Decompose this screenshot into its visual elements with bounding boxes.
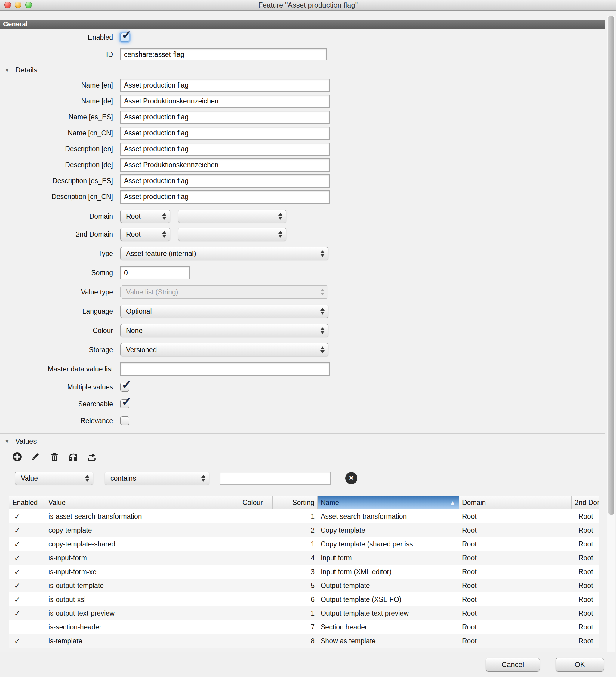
- row-cell: Root: [459, 620, 572, 634]
- row-cell: Root: [572, 620, 599, 634]
- detail-field-input[interactable]: [120, 174, 329, 188]
- value-row[interactable]: ✓is-input-form4Input formRootRoot: [9, 551, 599, 565]
- export-values-button[interactable]: [86, 451, 97, 462]
- colour-select[interactable]: None: [120, 324, 328, 337]
- row-enabled-checkmark: ✓: [9, 509, 45, 523]
- value-row[interactable]: ✓is-output-template5Output templateRootR…: [9, 579, 599, 592]
- zoom-window-button[interactable]: [25, 1, 32, 8]
- vertical-scrollbar-thumb[interactable]: [608, 16, 614, 515]
- detail-field-input[interactable]: [120, 190, 329, 204]
- relevance-checkbox[interactable]: [120, 416, 129, 425]
- ok-button[interactable]: OK: [556, 658, 604, 672]
- general-section-header: General: [0, 19, 605, 29]
- row-cell: is-output-xsl: [45, 592, 239, 606]
- detail-field-input[interactable]: [120, 159, 329, 172]
- stepper-arrows-icon: [320, 308, 324, 315]
- searchable-checkbox[interactable]: ✓: [120, 399, 129, 408]
- row-cell: Root: [572, 634, 599, 648]
- minimize-window-button[interactable]: [15, 1, 21, 8]
- domain-select[interactable]: Root: [120, 210, 170, 223]
- disclosure-triangle-icon: ▼: [4, 438, 10, 445]
- domain-sub-select[interactable]: [178, 210, 287, 223]
- value-row[interactable]: ✓is-output-xsl6Output template (XSL-FO)R…: [9, 592, 599, 606]
- row-cell: Copy template: [318, 523, 459, 537]
- enabled-checkbox[interactable]: ✓: [120, 33, 129, 42]
- add-value-button[interactable]: [11, 451, 23, 462]
- colour-label: Colour: [0, 327, 120, 335]
- vertical-scrollbar[interactable]: [607, 16, 615, 656]
- value-row[interactable]: ✓is-input-form-xe3Input form (XML editor…: [9, 565, 599, 579]
- values-disclosure[interactable]: ▼ Values: [0, 434, 605, 448]
- detail-field-input[interactable]: [120, 79, 329, 92]
- row-cell: Input form (XML editor): [318, 565, 459, 579]
- filter-field-select[interactable]: Value: [15, 471, 93, 485]
- row-cell: 1: [272, 537, 318, 551]
- row-cell: Root: [459, 523, 572, 537]
- general-section-title: General: [3, 20, 28, 28]
- filter-operator-select[interactable]: contains: [105, 471, 209, 485]
- sort-ascending-icon: ▲: [450, 499, 456, 506]
- column-header-name-sorted[interactable]: Name ▲: [318, 496, 459, 509]
- id-input[interactable]: [120, 48, 327, 60]
- row-cell: 2: [272, 523, 318, 537]
- type-select[interactable]: Asset feature (internal): [120, 247, 328, 260]
- row-cell: Output template text preview: [318, 606, 459, 620]
- row-cell: is-output-text-preview: [45, 606, 239, 620]
- row-cell: Root: [459, 565, 572, 579]
- close-window-button[interactable]: [4, 1, 11, 8]
- value-row[interactable]: ✓is-output-text-preview1Output template …: [9, 606, 599, 620]
- storage-label: Storage: [0, 346, 120, 354]
- clear-filter-button[interactable]: ✕: [345, 472, 357, 484]
- window-controls: [4, 1, 32, 8]
- row-cell: Root: [572, 606, 599, 620]
- detail-field-input[interactable]: [120, 127, 329, 140]
- row-enabled-checkmark: ✓: [9, 634, 45, 648]
- details-disclosure[interactable]: ▼ Details: [0, 63, 605, 77]
- column-header-domain[interactable]: Domain: [459, 496, 572, 509]
- enabled-label: Enabled: [0, 33, 120, 42]
- edit-value-button[interactable]: [30, 451, 42, 462]
- column-header-colour[interactable]: Colour: [239, 496, 272, 509]
- value-row[interactable]: ✓copy-template-shared1Copy template (sha…: [9, 537, 599, 551]
- sorting-input[interactable]: [120, 266, 190, 279]
- checkmark-icon: ✓: [122, 28, 132, 42]
- row-cell: Root: [572, 523, 599, 537]
- value-type-select: Value list (String): [120, 285, 328, 299]
- column-header-value[interactable]: Value: [45, 496, 239, 509]
- row-enabled-checkmark: ✓: [9, 606, 45, 620]
- filter-query-input[interactable]: [220, 471, 331, 485]
- column-header-sorting[interactable]: Sorting: [272, 496, 318, 509]
- language-select[interactable]: Optional: [120, 305, 328, 318]
- value-row[interactable]: ✓is-asset-search-transformation1Asset se…: [9, 509, 599, 523]
- row-cell: 8: [272, 634, 318, 648]
- stepper-arrows-icon: [320, 347, 324, 353]
- row-cell: 3: [272, 565, 318, 579]
- value-row[interactable]: ✓is-template8Show as templateRootRoot: [9, 634, 599, 648]
- multiple-values-checkbox[interactable]: ✓: [120, 382, 129, 392]
- add-icon: [12, 451, 23, 462]
- row-cell: [239, 592, 272, 606]
- value-row[interactable]: is-section-header7Section headerRootRoot: [9, 620, 599, 634]
- id-label: ID: [0, 50, 120, 59]
- domain2-sub-select[interactable]: [178, 228, 287, 241]
- detail-field-input[interactable]: [120, 95, 329, 108]
- detail-field-input[interactable]: [120, 143, 329, 156]
- value-row[interactable]: ✓copy-template2Copy templateRootRoot: [9, 523, 599, 537]
- stepper-arrows-icon: [162, 231, 166, 238]
- transfer-values-button[interactable]: [68, 451, 79, 462]
- values-filter-row: Value contains ✕: [15, 471, 605, 485]
- delete-value-button[interactable]: [49, 451, 60, 462]
- master-data-value-list-input[interactable]: [120, 362, 329, 376]
- column-header-enabled[interactable]: Enabled: [9, 496, 45, 509]
- sorting-label: Sorting: [0, 269, 120, 277]
- column-header-2nd-domain[interactable]: 2nd Domain: [572, 496, 599, 509]
- detail-field-input[interactable]: [120, 111, 329, 124]
- checkmark-icon: ✓: [122, 378, 132, 392]
- row-cell: Asset search transformation: [318, 509, 459, 523]
- swap-icon: [68, 451, 79, 462]
- detail-field-label: Name [en]: [0, 81, 120, 89]
- storage-select[interactable]: Versioned: [120, 343, 328, 356]
- cancel-button[interactable]: Cancel: [486, 658, 540, 672]
- row-enabled-checkmark: [9, 620, 45, 634]
- domain2-select[interactable]: Root: [120, 228, 170, 241]
